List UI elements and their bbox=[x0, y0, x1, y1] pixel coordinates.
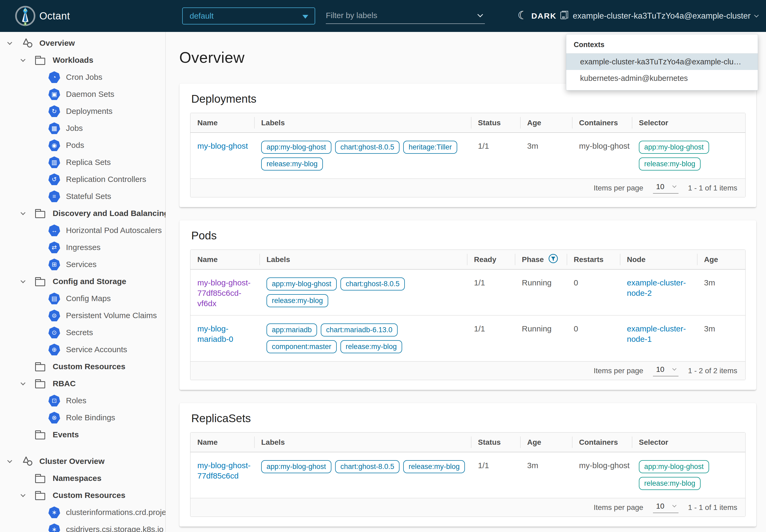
sidebar-item-custom-resources[interactable]: Custom Resources bbox=[0, 358, 165, 375]
sidebar-item-label: Horizontal Pod Autoscalers bbox=[66, 226, 162, 235]
chevron-down-icon[interactable] bbox=[20, 492, 25, 497]
sidebar-item-label: Overview bbox=[39, 39, 75, 48]
sidebar-item-ingresses[interactable]: Ingresses bbox=[0, 239, 165, 256]
cron-jobs-icon bbox=[48, 71, 60, 83]
sidebar-item-replica-sets[interactable]: Replica Sets bbox=[0, 154, 165, 171]
replication-controllers-icon bbox=[48, 173, 60, 185]
label-tag[interactable]: chart:mariadb-6.13.0 bbox=[321, 323, 398, 336]
sidebar-item-label: Daemon Sets bbox=[66, 90, 114, 99]
column-header-node: Node bbox=[620, 250, 697, 269]
label-tag[interactable]: release:my-blog bbox=[261, 157, 323, 171]
sidebar-item-stateful-sets[interactable]: Stateful Sets bbox=[0, 188, 165, 205]
status-cell: 1/1 bbox=[471, 141, 520, 174]
selector-tag[interactable]: release:my-blog bbox=[639, 477, 701, 490]
context-menu-item-kubernetes-admin[interactable]: kubernetes-admin@kubernetes bbox=[566, 70, 758, 86]
sidebar-item-cluster-custom-resources[interactable]: Custom Resources bbox=[0, 487, 165, 504]
label-tag[interactable]: app:my-blog-ghost bbox=[267, 277, 337, 290]
sidebar-item-daemon-sets[interactable]: Daemon Sets bbox=[0, 86, 165, 103]
replicaset-link[interactable]: my-blog-ghost-77df85c6cd bbox=[197, 461, 251, 480]
chevron-down-icon[interactable] bbox=[20, 278, 25, 283]
namespace-selector[interactable]: default bbox=[182, 7, 315, 24]
column-header-phase-label: Phase bbox=[522, 255, 544, 264]
octant-logo-icon bbox=[15, 6, 36, 26]
sidebar-item-rbac[interactable]: RBAC bbox=[0, 375, 165, 392]
sidebar-item-namespaces[interactable]: Namespaces bbox=[0, 470, 165, 487]
label-tag[interactable]: release:my-blog bbox=[403, 460, 465, 473]
sidebar-item-cron-jobs[interactable]: Cron Jobs bbox=[0, 69, 165, 86]
label-tag[interactable]: app:my-blog-ghost bbox=[261, 141, 331, 154]
items-per-page-label: Items per page bbox=[594, 503, 643, 512]
sidebar-item-events[interactable]: Events bbox=[0, 426, 165, 443]
sidebar-item-roles[interactable]: Roles bbox=[0, 392, 165, 409]
sidebar-item-config-maps[interactable]: Config Maps bbox=[0, 290, 165, 307]
contexts-dropdown-title: Contexts bbox=[566, 36, 758, 53]
items-per-page-select[interactable]: 10 bbox=[653, 182, 678, 194]
sidebar-item-label: Deployments bbox=[66, 107, 113, 116]
label-tag[interactable]: release:my-blog bbox=[267, 294, 328, 307]
node-link[interactable]: example-cluster-node-1 bbox=[627, 324, 686, 343]
sidebar-item-label: Events bbox=[53, 430, 79, 439]
label-tag[interactable]: chart:ghost-8.0.5 bbox=[340, 277, 405, 290]
label-tag[interactable]: heritage:Tiller bbox=[403, 141, 457, 154]
sidebar-item-clusterinformations-crd[interactable]: clusterinformations.crd.projec bbox=[0, 504, 165, 521]
label-tag[interactable]: release:my-blog bbox=[340, 340, 402, 353]
table-row: my-blog-ghost app:my-blog-ghostchart:gho… bbox=[190, 133, 745, 178]
app-header: Octant default ☾ DARK example-cluster-ka… bbox=[0, 0, 766, 32]
context-selector[interactable]: example-cluster-ka3TuTzYo4a@example-clus… bbox=[560, 0, 758, 32]
sidebar-item-label: Config and Storage bbox=[53, 277, 126, 286]
sidebar-item-horizontal-pod-autoscalers[interactable]: Horizontal Pod Autoscalers bbox=[0, 222, 165, 239]
config-maps-icon bbox=[48, 293, 60, 304]
chevron-down-icon[interactable] bbox=[20, 57, 25, 62]
sidebar-item-persistent-volume-claims[interactable]: Persistent Volume Claims bbox=[0, 307, 165, 324]
sidebar-item-replication-controllers[interactable]: Replication Controllers bbox=[0, 171, 165, 188]
chevron-down-icon[interactable] bbox=[20, 210, 25, 215]
label-filter-input[interactable] bbox=[326, 11, 478, 20]
label-tag[interactable]: component:master bbox=[267, 340, 337, 353]
node-link[interactable]: example-cluster-node-2 bbox=[627, 278, 686, 297]
selector-tag[interactable]: release:my-blog bbox=[639, 157, 701, 171]
items-per-page-select[interactable]: 10 bbox=[653, 365, 678, 376]
sidebar-item-overview[interactable]: Overview bbox=[0, 35, 165, 52]
sidebar-item-label: Secrets bbox=[66, 328, 93, 337]
chevron-down-icon[interactable] bbox=[477, 11, 483, 17]
context-menu-item-example-cluster[interactable]: example-cluster-ka3TuTzYo4a@example-clu… bbox=[566, 53, 758, 70]
label-tag[interactable]: chart:ghost-8.0.5 bbox=[335, 141, 400, 154]
sidebar-item-label: Custom Resources bbox=[53, 491, 125, 500]
filter-funnel-icon[interactable] bbox=[548, 253, 558, 265]
main-content: Overview Deployments Name Labels Status … bbox=[166, 32, 766, 532]
sidebar-item-service-accounts[interactable]: Service Accounts bbox=[0, 341, 165, 358]
sidebar-item-label: Pods bbox=[66, 141, 84, 150]
replicasets-table-header: Name Labels Status Age Containers Select… bbox=[190, 433, 745, 452]
sidebar-item-config-and-storage[interactable]: Config and Storage bbox=[0, 273, 165, 290]
sidebar-item-csidrivers-crd[interactable]: csidrivers.csi.storage.k8s.io bbox=[0, 521, 165, 532]
label-tag[interactable]: chart:ghost-8.0.5 bbox=[335, 460, 400, 473]
pods-card: Pods Name Labels Ready Phase Restarts No… bbox=[179, 220, 756, 390]
sidebar-item-label: Role Bindings bbox=[66, 413, 115, 422]
sidebar-item-deployments[interactable]: Deployments bbox=[0, 103, 165, 120]
pod-link[interactable]: my-blog-ghost-77df85c6cd-vf6dx bbox=[197, 278, 251, 308]
deployment-link[interactable]: my-blog-ghost bbox=[197, 142, 248, 150]
folder-icon bbox=[35, 362, 45, 371]
pods-card-title: Pods bbox=[191, 229, 746, 242]
pod-link[interactable]: my-blog-mariadb-0 bbox=[197, 324, 233, 343]
restarts-cell: 0 bbox=[567, 323, 620, 357]
items-per-page-select[interactable]: 10 bbox=[653, 502, 678, 513]
selector-tag[interactable]: app:my-blog-ghost bbox=[639, 460, 709, 473]
sidebar-item-label: Replica Sets bbox=[66, 158, 111, 167]
sidebar-item-secrets[interactable]: Secrets bbox=[0, 324, 165, 341]
label-tag[interactable]: app:mariadb bbox=[267, 323, 317, 336]
sidebar-item-jobs[interactable]: Jobs bbox=[0, 120, 165, 137]
sidebar-item-workloads[interactable]: Workloads bbox=[0, 52, 165, 69]
sidebar-item-discovery-and-load-balancing[interactable]: Discovery and Load Balancing bbox=[0, 205, 165, 222]
chevron-down-icon[interactable] bbox=[20, 380, 25, 385]
sidebar-item-services[interactable]: Services bbox=[0, 256, 165, 273]
sidebar-item-role-bindings[interactable]: Role Bindings bbox=[0, 409, 165, 426]
label-tag[interactable]: app:my-blog-ghost bbox=[261, 460, 331, 473]
sidebar-item-pods[interactable]: Pods bbox=[0, 137, 165, 154]
sidebar-item-cluster-overview[interactable]: Cluster Overview bbox=[0, 453, 165, 470]
column-header-containers: Containers bbox=[572, 113, 632, 132]
chevron-down-icon[interactable] bbox=[7, 458, 12, 463]
chevron-down-icon[interactable] bbox=[7, 40, 12, 45]
dark-theme-toggle[interactable]: ☾ DARK bbox=[518, 0, 556, 32]
selector-tag[interactable]: app:my-blog-ghost bbox=[639, 141, 709, 154]
